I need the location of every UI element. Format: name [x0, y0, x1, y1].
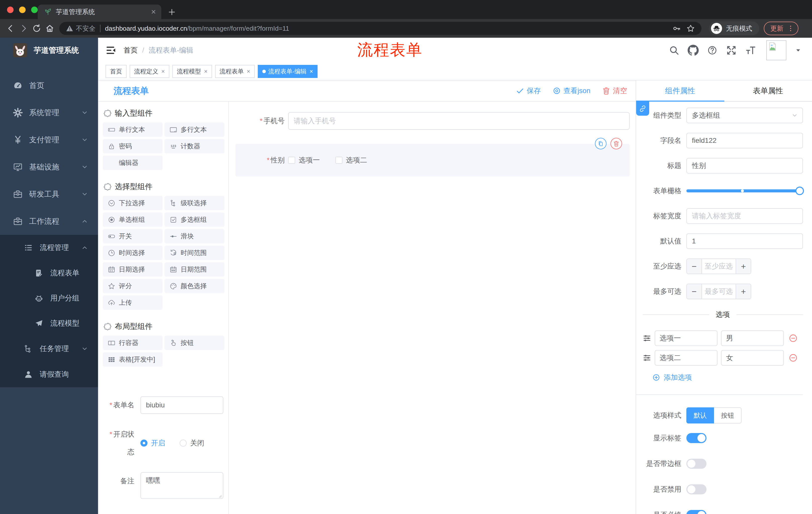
stepper-value[interactable]: 至少应选	[702, 259, 736, 274]
component-chip[interactable]: 级联选择	[165, 196, 224, 210]
checkbox-box[interactable]	[336, 157, 343, 164]
sidebar-item-首页[interactable]: 首页	[0, 72, 98, 99]
stepper-decrease-button[interactable]: −	[687, 259, 702, 274]
reload-icon[interactable]	[30, 22, 43, 35]
default-value-input[interactable]	[686, 233, 803, 249]
tags-view-tab[interactable]: 流程表单×	[215, 65, 255, 78]
canvas-field-phone[interactable]: *手机号	[235, 112, 630, 130]
option-label-input[interactable]	[655, 350, 718, 366]
copy-component-button[interactable]	[595, 138, 607, 150]
toggle-switch[interactable]	[686, 433, 706, 443]
component-chip[interactable]: 日期选择	[103, 262, 163, 277]
style-option-默认[interactable]: 默认	[686, 407, 714, 424]
avatar[interactable]	[766, 40, 786, 60]
sidebar-item-流程管理[interactable]: 流程管理	[0, 235, 98, 261]
tab-close-icon[interactable]: ×	[247, 68, 250, 75]
component-chip[interactable]: 编辑器	[103, 156, 163, 170]
component-chip[interactable]: 多选框组	[165, 213, 224, 227]
component-chip[interactable]: 单行文本	[103, 123, 163, 137]
title-input[interactable]	[686, 158, 803, 173]
tags-view-tab[interactable]: 流程定义×	[129, 65, 169, 78]
stepper-increase-button[interactable]: +	[736, 284, 751, 299]
component-chip[interactable]: 开关	[103, 229, 163, 243]
form-remark-textarea[interactable]	[140, 472, 223, 499]
remove-option-icon[interactable]	[788, 333, 798, 343]
bookmark-star-icon[interactable]	[686, 24, 695, 33]
security-label[interactable]: 不安全	[76, 24, 95, 33]
home-icon[interactable]	[43, 22, 56, 35]
sidebar-item-请假查询[interactable]: 请假查询	[0, 361, 98, 387]
checkbox-option[interactable]: 选项一	[288, 155, 320, 165]
tab-close-icon[interactable]	[150, 8, 157, 15]
form-name-input[interactable]	[140, 396, 223, 414]
browser-tab[interactable]: 芋道管理系统	[38, 4, 161, 19]
drag-handle-icon[interactable]	[643, 334, 651, 343]
sidebar-item-系统管理[interactable]: 系统管理	[0, 99, 98, 126]
field-name-input[interactable]	[686, 133, 803, 148]
toggle-switch[interactable]	[686, 484, 706, 494]
sidebar-item-流程表单[interactable]: 流程表单	[0, 261, 98, 286]
component-chip[interactable]: 密码	[103, 139, 163, 154]
component-chip[interactable]: 时间范围	[165, 246, 224, 260]
tab-close-icon[interactable]: ×	[161, 68, 165, 75]
address-bar[interactable]: 不安全 dashboard.yudao.iocoder.cn/bpm/manag…	[59, 22, 701, 35]
component-chip[interactable]: 表格[开发中]	[103, 352, 163, 367]
browser-update-button[interactable]: 更新	[764, 22, 799, 35]
component-chip[interactable]: 下拉选择	[103, 196, 163, 210]
component-type-select[interactable]: 多选框组	[686, 108, 803, 123]
textarea-resize-grip[interactable]	[218, 494, 222, 498]
sidebar-item-基础设施[interactable]: 基础设施	[0, 154, 98, 181]
help-icon[interactable]	[706, 45, 718, 56]
maximize-window-button[interactable]	[31, 6, 38, 13]
stepper-value[interactable]: 最多可选	[702, 284, 736, 299]
tab-close-icon[interactable]: ×	[204, 68, 207, 75]
clear-button[interactable]: 清空	[602, 86, 627, 96]
sidebar-item-流程模型[interactable]: 流程模型	[0, 311, 98, 336]
view-json-button[interactable]: 查看json	[552, 86, 590, 96]
stepper-increase-button[interactable]: +	[736, 259, 751, 274]
checkbox-option[interactable]: 选项二	[336, 155, 367, 165]
toggle-switch[interactable]	[686, 459, 706, 469]
component-chip[interactable]: 多行文本	[165, 123, 224, 137]
minimize-window-button[interactable]	[19, 6, 26, 13]
component-chip[interactable]: 上传	[103, 296, 163, 310]
avatar-caret-down-icon[interactable]	[794, 46, 803, 55]
search-icon[interactable]	[668, 45, 680, 56]
tags-view-tab[interactable]: 流程表单-编辑×	[258, 65, 318, 78]
tab-component-props[interactable]: 组件属性	[636, 80, 724, 101]
remove-option-icon[interactable]	[788, 353, 798, 362]
slider-track[interactable]	[686, 189, 803, 192]
back-icon[interactable]	[4, 22, 17, 35]
password-key-icon[interactable]	[672, 24, 681, 33]
toggle-switch[interactable]	[686, 510, 706, 514]
canvas-field-gender-selected[interactable]: *性别 选项一选项二	[235, 144, 630, 177]
tab-close-icon[interactable]: ×	[310, 68, 313, 75]
component-chip[interactable]: 按钮	[165, 336, 224, 350]
data-link-tag[interactable]	[636, 102, 649, 116]
github-icon[interactable]	[687, 45, 699, 56]
window-controls[interactable]	[7, 6, 38, 13]
new-tab-button[interactable]	[168, 8, 176, 16]
sidebar-item-用户分组[interactable]: 用户分组	[0, 286, 98, 311]
component-chip[interactable]: 时间选择	[103, 246, 163, 260]
sidebar-item-任务管理[interactable]: 任务管理	[0, 336, 98, 361]
sidebar-item-研发工具[interactable]: 研发工具	[0, 181, 98, 208]
designer-canvas[interactable]: *手机号 *性别 选项一选项二	[229, 102, 636, 514]
close-window-button[interactable]	[7, 6, 13, 13]
sidebar-item-工作流程[interactable]: 工作流程	[0, 208, 98, 235]
option-value-input[interactable]	[721, 330, 784, 346]
tags-view-tab[interactable]: 首页	[106, 65, 127, 78]
form-grid-slider[interactable]	[686, 183, 803, 199]
font-size-icon[interactable]	[745, 45, 756, 56]
forward-icon[interactable]	[17, 22, 30, 35]
component-chip[interactable]: 滑块	[165, 229, 224, 243]
breadcrumb-home[interactable]: 首页	[124, 46, 138, 55]
option-label-input[interactable]	[655, 330, 718, 346]
sidebar-fold-icon[interactable]	[104, 43, 118, 57]
page-url[interactable]: dashboard.yudao.iocoder.cn/bpm/manager/f…	[105, 25, 289, 32]
delete-component-button[interactable]	[610, 138, 622, 150]
radio-开启[interactable]: 开启	[140, 438, 165, 448]
drag-handle-icon[interactable]	[643, 354, 651, 362]
phone-input[interactable]	[288, 112, 630, 130]
tags-view-tab[interactable]: 流程模型×	[172, 65, 212, 78]
